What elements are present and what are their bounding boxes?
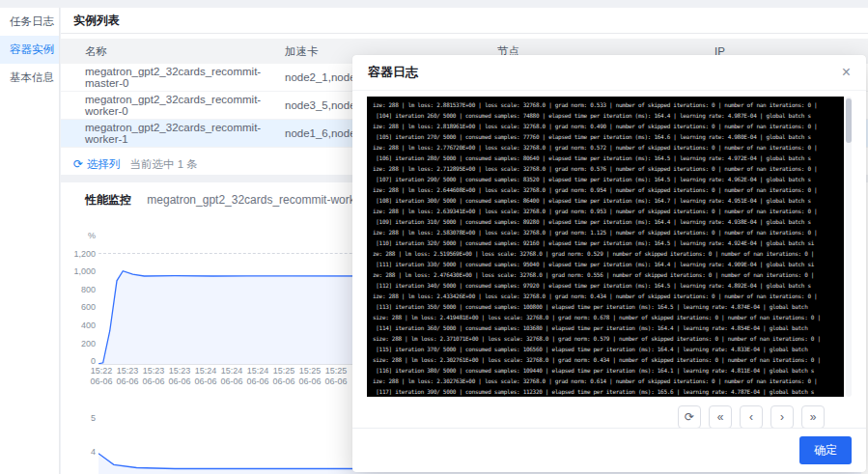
y-tick-label: 1,200 — [61, 249, 96, 259]
x-tick-label: 15:2306-06 — [111, 366, 144, 386]
x-tick-label: 15:2506-06 — [294, 366, 326, 386]
log-line: [117] iteration 390/ 5000 | consumed sam… — [373, 386, 838, 397]
instance-list-title: 实例列表 — [61, 8, 868, 34]
modal-title: 容器日志 — [368, 64, 418, 81]
column-selector-link[interactable]: 选择列 — [87, 157, 121, 172]
secondary-y-tick-label: 4 — [61, 447, 96, 457]
performance-monitor-title: 性能监控 — [85, 193, 131, 207]
prev-page-button[interactable]: ‹ — [740, 405, 763, 429]
modal-header: 容器日志 × — [352, 55, 866, 91]
log-line: size: 288 | lm loss: 2.302761E+00 | loss… — [373, 354, 838, 365]
monitored-instance-name: megatron_gpt2_32cards_recommit-worker-1 — [147, 193, 376, 207]
log-line: [112] iteration 340/ 5000 | consumed sam… — [373, 280, 838, 291]
cell-name: megatron_gpt2_32cards_recommit-worker-1 — [85, 122, 285, 145]
log-scrollbar[interactable] — [846, 97, 852, 397]
log-line: ize: 288 | lm loss: 2.644608E+00 | loss … — [373, 184, 838, 195]
sidebar: 任务日志 容器实例 基本信息 — [0, 8, 60, 474]
cell-name: megatron_gpt2_32cards_recommit-master-0 — [85, 66, 285, 89]
secondary-y-tick-label: 5 — [61, 413, 96, 423]
modal-body: ize: 288 | lm loss: 2.881537E+00 | loss … — [352, 91, 866, 429]
y-tick-label: 0 — [61, 356, 96, 366]
log-line: ize: 288 | lm loss: 2.433426E+00 | loss … — [373, 291, 838, 301]
sidebar-item-task-logs[interactable]: 任务日志 — [0, 8, 59, 36]
y-tick-label: 400 — [61, 321, 96, 330]
last-page-button[interactable]: » — [801, 405, 825, 429]
log-line: [114] iteration 360/ 5000 | consumed sam… — [373, 322, 838, 333]
selection-summary: 当前选中 1 条 — [130, 157, 198, 172]
y-tick-label: 800 — [61, 285, 96, 294]
first-page-button[interactable]: « — [709, 405, 732, 429]
log-line: ze: 288 | lm loss: 2.519569E+00 | loss s… — [373, 248, 838, 259]
log-line: [115] iteration 370/ 5000 | consumed sam… — [373, 344, 838, 354]
close-icon[interactable]: × — [842, 65, 851, 80]
log-line: ize: 288 | lm loss: 2.583078E+00 | loss … — [373, 227, 838, 237]
y-tick-label: 600 — [61, 302, 96, 312]
x-tick-label: 15:2206-06 — [85, 366, 118, 386]
log-terminal[interactable]: ize: 288 | lm loss: 2.881537E+00 | loss … — [367, 97, 844, 397]
confirm-button[interactable]: 确定 — [799, 436, 852, 464]
x-tick-label: 15:2406-06 — [241, 366, 274, 386]
refresh-icon[interactable]: ⟳ — [73, 157, 83, 171]
log-line: [116] iteration 380/ 5000 | consumed sam… — [373, 365, 838, 376]
page: 任务日志 容器实例 基本信息 实例列表 名称 加速卡 节点 IP megatro… — [0, 0, 868, 474]
log-line: [104] iteration 260/ 5000 | consumed sam… — [373, 110, 838, 121]
log-line: [106] iteration 280/ 5000 | consumed sam… — [373, 153, 838, 163]
log-line: ze: 288 | lm loss: 2.476430E+00 | loss s… — [373, 269, 838, 280]
log-line: [110] iteration 320/ 5000 | consumed sam… — [373, 237, 838, 248]
sidebar-item-container-instances[interactable]: 容器实例 — [0, 36, 59, 64]
x-tick-label: 15:2406-06 — [215, 366, 248, 386]
y-tick-label: % — [61, 231, 96, 240]
x-tick-label: 15:2506-06 — [267, 366, 300, 386]
log-line: ize: 288 | lm loss: 2.302763E+00 | loss … — [373, 376, 838, 386]
log-line: [105] iteration 270/ 5000 | consumed sam… — [373, 131, 838, 142]
log-line: ize: 288 | lm loss: 2.776720E+00 | loss … — [373, 142, 838, 153]
scrollbar-thumb[interactable] — [846, 98, 852, 143]
x-tick-label: 15:2406-06 — [189, 366, 222, 386]
x-tick-label: 15:2506-06 — [320, 366, 352, 386]
refresh-logs-button[interactable]: ⟳ — [678, 405, 701, 429]
pagination: ⟳ « ‹ › » — [367, 397, 852, 429]
log-line: ize: 288 | lm loss: 2.639341E+00 | loss … — [373, 206, 838, 216]
y-tick-label: 200 — [61, 339, 96, 349]
log-line: ize: 288 | lm loss: 2.881537E+00 | loss … — [373, 99, 838, 110]
sidebar-item-basic-info[interactable]: 基本信息 — [0, 64, 59, 92]
log-line: size: 288 | lm loss: 2.419481E+00 | loss… — [373, 312, 838, 322]
log-line: ize: 288 | lm loss: 2.818961E+00 | loss … — [373, 121, 838, 131]
log-line: [111] iteration 330/ 5000 | consumed sam… — [373, 259, 838, 269]
column-header-name: 名称 — [85, 44, 285, 59]
x-tick-label: 15:2306-06 — [163, 366, 196, 386]
container-logs-modal: 容器日志 × ize: 288 | lm loss: 2.881537E+00 … — [352, 55, 866, 472]
log-line: [107] iteration 290/ 5000 | consumed sam… — [373, 174, 838, 184]
cell-name: megatron_gpt2_32cards_recommit-worker-0 — [85, 94, 285, 117]
log-line: [109] iteration 310/ 5000 | consumed sam… — [373, 216, 838, 227]
log-line: [108] iteration 300/ 5000 | consumed sam… — [373, 195, 838, 206]
next-page-button[interactable]: › — [770, 405, 794, 429]
log-line: [113] iteration 350/ 5000 | consumed sam… — [373, 301, 838, 312]
log-line: ize: 288 | lm loss: 2.712895E+00 | loss … — [373, 163, 838, 174]
y-tick-label: 1,000 — [61, 266, 96, 276]
modal-footer: 确定 — [352, 428, 866, 472]
x-tick-label: 15:2306-06 — [137, 366, 170, 386]
log-line: size: 288 | lm loss: 2.371071E+00 | loss… — [373, 333, 838, 344]
